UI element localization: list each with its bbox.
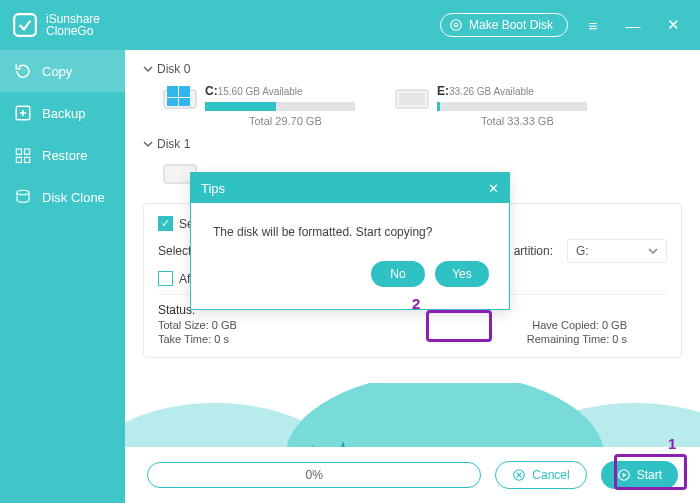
svg-rect-4	[16, 149, 21, 154]
volume-e[interactable]: E:33.26 GB Available Total 33.33 GB	[395, 84, 587, 127]
app-name-2: CloneGo	[46, 25, 100, 37]
vol-e-bar	[437, 102, 587, 111]
vol-c-avail: 15.60 GB Available	[218, 86, 303, 97]
svg-rect-0	[14, 14, 36, 36]
dialog-yes-label: Yes	[452, 267, 472, 281]
menu-button[interactable]: ≡	[578, 17, 608, 34]
sidebar-item-copy[interactable]: Copy	[0, 50, 125, 92]
svg-rect-11	[179, 86, 190, 97]
dialog-header: Tips ✕	[191, 173, 509, 203]
vol-e-avail: 33.26 GB Available	[449, 86, 534, 97]
svg-point-1	[451, 20, 462, 31]
sidebar-item-label: Backup	[42, 106, 85, 121]
tips-dialog: Tips ✕ The disk will be formatted. Start…	[190, 172, 510, 310]
chevron-down-icon	[143, 64, 153, 74]
vol-c-bar	[205, 102, 355, 111]
cancel-icon	[512, 468, 526, 482]
after-checkbox[interactable]	[158, 271, 173, 286]
make-boot-disk-label: Make Boot Disk	[469, 18, 553, 32]
vol-c-total: Total 29.70 GB	[249, 115, 355, 127]
restore-icon	[14, 146, 32, 164]
disc-icon	[449, 18, 463, 32]
svg-rect-5	[25, 149, 30, 154]
sidebar-item-label: Copy	[42, 64, 72, 79]
svg-point-2	[454, 23, 458, 27]
status-have-copied: Have Copied: 0 GB	[532, 319, 627, 331]
cancel-label: Cancel	[532, 468, 569, 482]
app-logo: iSunshare CloneGo	[0, 12, 125, 38]
vol-e-letter: E:	[437, 84, 449, 98]
chevron-down-icon	[143, 139, 153, 149]
dialog-message: The disk will be formatted. Start copyin…	[191, 203, 509, 247]
svg-rect-12	[167, 98, 178, 106]
dialog-footer: No Yes	[191, 247, 509, 309]
cancel-button[interactable]: Cancel	[495, 461, 586, 489]
make-boot-disk-button[interactable]: Make Boot Disk	[440, 13, 568, 37]
svg-rect-13	[179, 98, 190, 106]
partition-dropdown[interactable]: G:	[567, 239, 667, 263]
status-take-time: Take Time: 0 s	[158, 333, 229, 345]
disk-1-header[interactable]: Disk 1	[143, 137, 682, 151]
volume-c[interactable]: C:15.60 GB Available Total 29.70 GB	[163, 84, 355, 127]
disk-clone-icon	[14, 188, 32, 206]
sidebar-item-label: Restore	[42, 148, 88, 163]
svg-rect-6	[16, 157, 21, 162]
svg-point-8	[17, 190, 29, 195]
dialog-title: Tips	[201, 181, 225, 196]
disk-1-label: Disk 1	[157, 137, 190, 151]
start-button[interactable]: Start	[601, 461, 678, 489]
progress-value: 0%	[305, 468, 322, 482]
svg-rect-10	[167, 86, 178, 97]
disk-0-header[interactable]: Disk 0	[143, 62, 682, 76]
vol-c-letter: C:	[205, 84, 218, 98]
dialog-close-button[interactable]: ✕	[488, 181, 499, 196]
windows-drive-icon	[163, 84, 197, 110]
dialog-no-button[interactable]: No	[371, 261, 425, 287]
dialog-no-label: No	[390, 267, 405, 281]
footer: 0% Cancel Start	[125, 447, 700, 503]
drive-icon	[395, 84, 429, 110]
annotation-number-2: 2	[412, 295, 420, 312]
app-logo-icon	[12, 12, 38, 38]
vol-e-total: Total 33.33 GB	[481, 115, 587, 127]
chevron-down-icon	[648, 246, 658, 256]
minimize-button[interactable]: —	[618, 17, 648, 34]
sidebar-item-disk-clone[interactable]: Disk Clone	[0, 176, 125, 218]
dialog-yes-button[interactable]: Yes	[435, 261, 489, 287]
titlebar: iSunshare CloneGo Make Boot Disk ≡ — ✕	[0, 0, 700, 50]
play-icon	[617, 468, 631, 482]
set-checkbox[interactable]: ✓	[158, 216, 173, 231]
backup-icon	[14, 104, 32, 122]
disk-0-label: Disk 0	[157, 62, 190, 76]
sidebar-item-backup[interactable]: Backup	[0, 92, 125, 134]
svg-rect-7	[25, 157, 30, 162]
sidebar: Copy Backup Restore Disk Clone	[0, 50, 125, 503]
partition-dropdown-value: G:	[576, 244, 589, 258]
sidebar-item-label: Disk Clone	[42, 190, 105, 205]
sidebar-item-restore[interactable]: Restore	[0, 134, 125, 176]
copy-icon	[14, 62, 32, 80]
status-total-size: Total Size: 0 GB	[158, 319, 237, 331]
annotation-number-1: 1	[668, 435, 676, 452]
start-label: Start	[637, 468, 662, 482]
close-button[interactable]: ✕	[658, 16, 688, 34]
progress-bar: 0%	[147, 462, 481, 488]
status-remaining: Remaining Time: 0 s	[527, 333, 627, 345]
partition-suffix: artition:	[514, 244, 553, 258]
svg-rect-15	[399, 93, 425, 105]
